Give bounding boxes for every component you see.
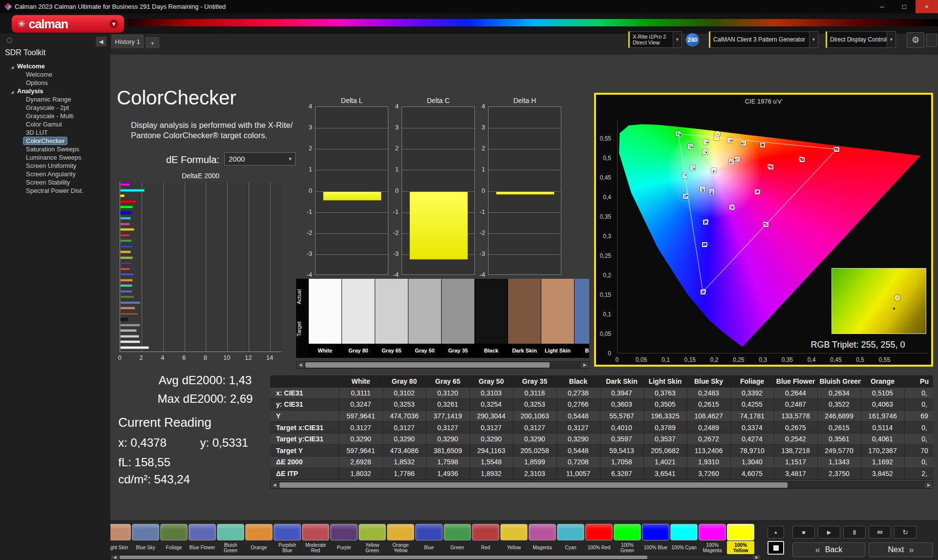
loop-button[interactable]: ↻ (894, 526, 917, 539)
patch-orange[interactable]: Orange (245, 524, 273, 554)
cell-value: 0,3505 (643, 399, 687, 411)
scroll-left-button[interactable]: ◀ (271, 482, 278, 488)
patch-blue[interactable]: Blue (415, 524, 443, 554)
sidebar-item-screen-angularity[interactable]: Screen Angularity (0, 170, 110, 178)
add-tab-button[interactable]: + (146, 37, 159, 48)
patch-purple[interactable]: Purple (330, 524, 358, 554)
patch-100-yellow[interactable]: 100% Yellow (727, 524, 754, 554)
patch-100-magenta[interactable]: 100% Magenta (699, 524, 726, 554)
scroll-track[interactable] (119, 555, 753, 560)
eject-button[interactable]: ▲ (767, 526, 784, 539)
sidebar-item-screen-uniformity[interactable]: Screen Uniformity (0, 162, 110, 170)
page-title: ColorChecker (117, 87, 236, 109)
play-button[interactable]: ▶ (818, 526, 840, 539)
cell-value: 0,3127 (339, 422, 383, 434)
next-button[interactable]: Next » (869, 542, 933, 557)
deltae-bar-100-green (120, 206, 133, 208)
swatch-color (375, 279, 408, 344)
sidebar-item-spectral-power-dist[interactable]: Spectral Power Dist. (0, 187, 110, 195)
patch-light-skin[interactable]: Light Skin (110, 524, 131, 554)
minimize-button[interactable]: – (871, 0, 893, 13)
chevron-down-icon: ▼ (809, 32, 818, 47)
patch-blue-sky[interactable]: Blue Sky (132, 524, 159, 554)
panel-toggle-button[interactable] (926, 34, 937, 47)
scroll-track[interactable] (278, 482, 925, 488)
sidebar-item-color-gamut[interactable]: Color Gamut (0, 120, 110, 128)
patch-moderate-red[interactable]: Moderate Red (302, 524, 329, 554)
scroll-thumb[interactable] (120, 556, 647, 559)
continuous-read-button[interactable]: ∞ (869, 526, 891, 539)
patch-orange-yellow[interactable]: Orange Yellow (387, 524, 414, 554)
patch-scrollbar[interactable]: ◀▶ (110, 555, 761, 560)
patch-cyan[interactable]: Cyan (557, 524, 584, 554)
cell-value: 1,4021 (643, 456, 687, 468)
scroll-thumb[interactable] (305, 362, 550, 368)
scroll-track[interactable] (304, 362, 581, 368)
cell-value: 0,5105 (861, 387, 904, 399)
sidebar-item-label: Grayscale - Multi (23, 112, 76, 120)
swatch-label: Light Skin (541, 344, 574, 357)
axis-tick-label: 0,1 (595, 311, 611, 318)
patch-green[interactable]: Green (444, 524, 471, 554)
row-label: Y (270, 410, 339, 422)
sidebar-item-grayscale-2pt[interactable]: Grayscale - 2pt (0, 104, 110, 112)
sidebar-item-luminance-sweeps[interactable]: Luminance Sweeps (0, 153, 110, 162)
patch-purplish-blue[interactable]: Purplish Blue (274, 524, 301, 554)
tab-history-1[interactable]: History 1 (111, 35, 144, 48)
patch-bluish-green[interactable]: Bluish Green (217, 524, 244, 554)
patch-label: Yellow (500, 541, 528, 554)
swatch-scrollbar[interactable]: ◀▶ (296, 361, 589, 369)
sidebar-item-screen-stability[interactable]: Screen Stability (0, 178, 110, 187)
scroll-right-button[interactable]: ▶ (925, 482, 933, 488)
sidebar-item-3d-lut[interactable]: 3D LUT (0, 128, 110, 137)
column-header: Bluish Green (817, 375, 861, 387)
column-header: Foliage (730, 375, 774, 387)
cie-measured-marker (762, 222, 767, 226)
patch-yellow[interactable]: Yellow (500, 524, 528, 554)
meter-dropdown[interactable]: X-Rite i1Pro 2Direct View ▼ (628, 31, 682, 48)
sidebar-item-dynamic-range[interactable]: Dynamic Range (0, 95, 110, 104)
stop-button[interactable]: ■ (792, 526, 815, 539)
table-scrollbar[interactable]: ◀▶ (270, 481, 933, 489)
de-formula-select[interactable]: 2000 ▼ (224, 152, 296, 166)
patch-foliage[interactable]: Foliage (160, 524, 188, 554)
scroll-right-button[interactable]: ▶ (753, 555, 761, 560)
sidebar-item-welcome[interactable]: Welcome (0, 70, 110, 79)
pattern-generator-label: CalMAN Client 3 Pattern Generator (710, 35, 809, 44)
sidebar-item-options[interactable]: Options (0, 79, 110, 87)
back-button[interactable]: « Back (792, 542, 865, 557)
scroll-right-button[interactable]: ▶ (581, 362, 589, 368)
scroll-left-button[interactable]: ◀ (111, 555, 119, 560)
cell-value: 0,2644 (774, 387, 817, 399)
pattern-generator-dropdown[interactable]: CalMAN Client 3 Pattern Generator ▼ (709, 31, 818, 48)
scroll-thumb[interactable] (279, 482, 788, 488)
patch-color (727, 524, 754, 540)
sidebar-item-label: Options (23, 79, 50, 86)
sidebar-section-analysis[interactable]: ◢Analysis (0, 87, 110, 95)
patch-yellow-green[interactable]: Yellow Green (359, 524, 386, 554)
swatch-color (309, 279, 341, 344)
patch-100-cyan[interactable]: 100% Cyan (670, 524, 698, 554)
sidebar-section-welcome[interactable]: ◢Welcome (0, 62, 110, 70)
sidebar-item-colorchecker[interactable]: ColorChecker (0, 137, 110, 145)
close-button[interactable]: × (916, 0, 938, 13)
scroll-left-button[interactable]: ◀ (297, 362, 304, 368)
patch-100-green[interactable]: 100% Green (614, 524, 641, 554)
sidebar-item-grayscale-multi[interactable]: Grayscale - Multi (0, 112, 110, 120)
settings-button[interactable]: ⚙ (907, 32, 924, 48)
column-header: Gray 50 (469, 375, 513, 387)
patch-100-blue[interactable]: 100% Blue (642, 524, 669, 554)
patch-100-red[interactable]: 100% Red (585, 524, 613, 554)
calman-logo-menu[interactable]: ✳ calman ▼ (12, 15, 124, 33)
axis-tick-label: 0 (118, 354, 121, 361)
maximize-button[interactable]: □ (893, 0, 916, 13)
pattern-window-button[interactable] (767, 541, 784, 555)
sidebar-item-saturation-sweeps[interactable]: Saturation Sweeps (0, 145, 110, 153)
cell-value: 4,6075 (730, 468, 774, 479)
patch-blue-flower[interactable]: Blue Flower (189, 524, 216, 554)
display-control-dropdown[interactable]: Direct Display Control ▼ (826, 31, 896, 48)
patch-red[interactable]: Red (472, 524, 499, 554)
patch-magenta[interactable]: Magenta (529, 524, 556, 554)
pause-button[interactable]: ‖ (843, 526, 866, 539)
sidebar-collapse-button[interactable]: ◀ (96, 37, 107, 46)
